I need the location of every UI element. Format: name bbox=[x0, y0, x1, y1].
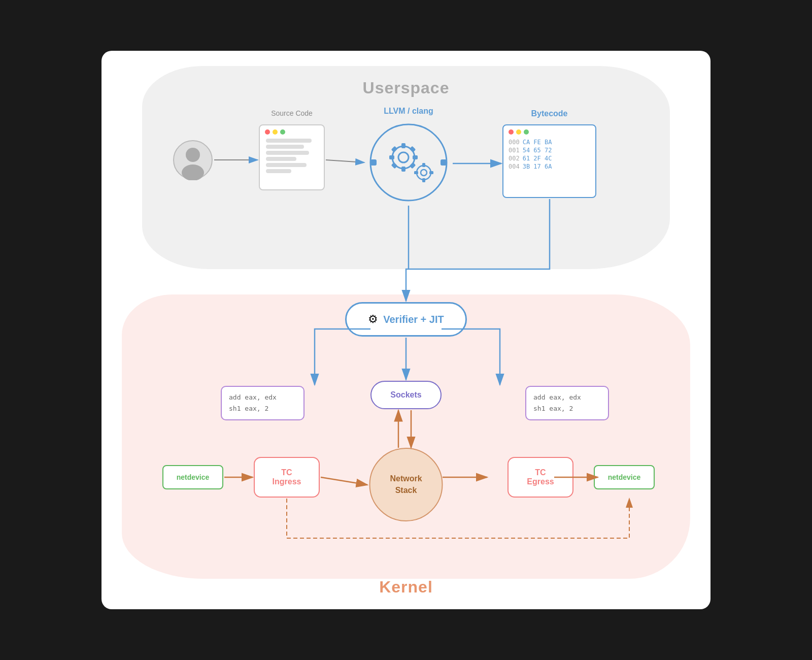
svg-point-1 bbox=[186, 148, 200, 162]
svg-rect-18 bbox=[429, 171, 433, 174]
svg-point-15 bbox=[421, 170, 427, 176]
tc-egress-box: TC Egress bbox=[507, 457, 573, 498]
asm-box-right: add eax, edxsh1 eax, 2 bbox=[525, 386, 609, 420]
verifier-box: ⚙ Verifier + JIT bbox=[345, 302, 467, 337]
svg-rect-12 bbox=[410, 162, 416, 169]
svg-rect-13 bbox=[391, 162, 398, 169]
bytecode-label: Bytecode bbox=[502, 109, 596, 118]
source-code-box bbox=[259, 124, 325, 190]
svg-rect-20 bbox=[370, 159, 377, 166]
svg-point-14 bbox=[417, 166, 431, 180]
netdevice-left-box: netdevice bbox=[162, 465, 223, 489]
netdevice-right-box: netdevice bbox=[594, 465, 655, 489]
llvm-circle bbox=[365, 119, 452, 206]
svg-rect-9 bbox=[389, 155, 394, 159]
llvm-label: LLVM / clang bbox=[360, 107, 457, 116]
sockets-box: Sockets bbox=[370, 381, 442, 409]
person-icon bbox=[173, 140, 213, 180]
bytecode-box: 000CA FE BA 00154 65 72 00261 2F 4C 0043… bbox=[502, 124, 596, 198]
svg-point-5 bbox=[398, 152, 409, 162]
svg-rect-17 bbox=[422, 178, 425, 182]
bytecode-content: 000CA FE BA 00154 65 72 00261 2F 4C 0043… bbox=[503, 137, 595, 173]
svg-point-3 bbox=[370, 124, 447, 201]
svg-rect-21 bbox=[441, 159, 447, 166]
source-code-label: Source Code bbox=[251, 109, 332, 117]
svg-rect-8 bbox=[413, 155, 418, 159]
svg-rect-10 bbox=[410, 146, 416, 153]
svg-rect-16 bbox=[422, 163, 425, 167]
svg-rect-7 bbox=[401, 167, 405, 172]
svg-rect-19 bbox=[414, 171, 418, 174]
svg-rect-11 bbox=[391, 146, 398, 153]
tc-ingress-box: TC Ingress bbox=[254, 457, 320, 498]
svg-rect-6 bbox=[401, 143, 405, 148]
kernel-region bbox=[122, 294, 690, 579]
userspace-label: Userspace bbox=[363, 79, 450, 97]
verifier-label: Verifier + JIT bbox=[383, 314, 444, 325]
diagram-canvas: Userspace Kernel Source Code LLVM / clan… bbox=[101, 51, 710, 609]
gear-icon: ⚙ bbox=[368, 313, 378, 326]
network-stack-box: NetworkStack bbox=[369, 448, 443, 521]
svg-point-2 bbox=[182, 164, 204, 180]
asm-box-left: add eax, edxsh1 eax, 2 bbox=[221, 386, 304, 420]
kernel-label: Kernel bbox=[379, 578, 433, 597]
